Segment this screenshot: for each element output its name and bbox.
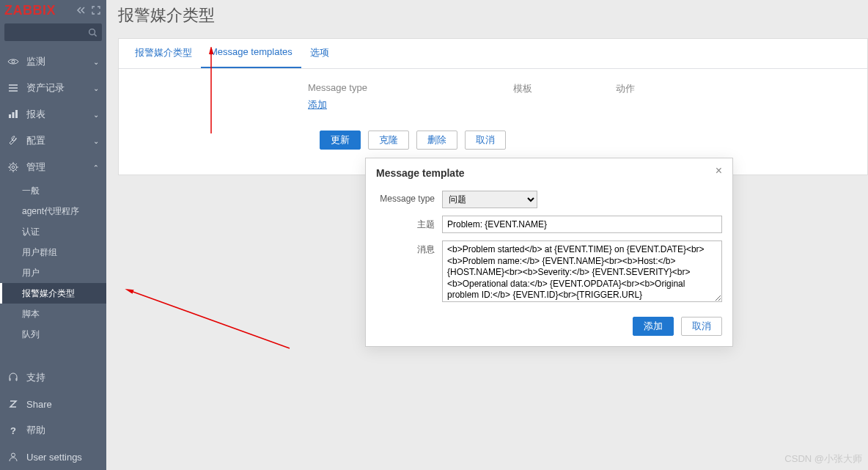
nav-label: 帮助	[26, 424, 45, 437]
user-icon	[7, 451, 19, 463]
nav-admin[interactable]: 管理 ⌄	[0, 154, 106, 180]
svg-point-7	[12, 166, 15, 169]
chevron-down-icon: ⌄	[93, 84, 99, 92]
sidebar-item-queue[interactable]: 队列	[0, 324, 106, 345]
watermark: CSDN @小张大师	[784, 452, 862, 466]
tab-row: 报警媒介类型 Message templates 选项	[119, 39, 867, 69]
collapse-sidebar-icon[interactable]	[76, 4, 87, 16]
headset-icon	[7, 372, 19, 383]
search-icon	[88, 28, 98, 37]
page-title: 报警媒介类型	[118, 0, 868, 38]
tab-message-templates[interactable]: Message templates	[201, 39, 301, 68]
z-icon	[7, 398, 19, 410]
tab-media-type[interactable]: 报警媒介类型	[126, 39, 201, 68]
nav-label: 报表	[26, 108, 45, 121]
add-link[interactable]: 添加	[308, 95, 327, 122]
nav-label: Share	[26, 399, 52, 410]
nav-label: 管理	[26, 161, 45, 174]
panel: 报警媒介类型 Message templates 选项 Message type…	[118, 38, 868, 175]
nav-share[interactable]: Share	[0, 391, 106, 417]
sidebar-item-general[interactable]: 一般	[0, 180, 106, 201]
svg-point-0	[89, 29, 95, 34]
message-textarea[interactable]: <b>Problem started</b> at {EVENT.TIME} o…	[442, 240, 722, 302]
label-message-type: Message type	[376, 191, 442, 204]
svg-line-1	[95, 34, 97, 36]
modal-add-button[interactable]: 添加	[633, 317, 674, 336]
chevron-down-icon: ⌄	[93, 58, 99, 66]
sidebar: ZABBIX 监测 ⌄ 资产记录 ⌄ 报表 ⌄ 配置 ⌄ 管理 ⌄ 一般 ag	[0, 0, 106, 470]
table-header: Message type 模板 动作	[308, 82, 856, 95]
sidebar-item-agent-proxy[interactable]: agent代理程序	[0, 201, 106, 221]
fullscreen-icon[interactable]	[90, 4, 102, 16]
cancel-button[interactable]: 取消	[465, 131, 506, 150]
main-content: 报警媒介类型 报警媒介类型 Message templates 选项 Messa…	[106, 0, 868, 175]
close-icon[interactable]: ×	[711, 163, 727, 179]
chevron-down-icon: ⌄	[93, 137, 99, 145]
nav-label: User settings	[26, 452, 82, 463]
bars-icon	[7, 109, 19, 120]
sidebar-item-media-types[interactable]: 报警媒介类型	[0, 283, 106, 304]
modal-cancel-button[interactable]: 取消	[681, 317, 722, 336]
sidebar-item-scripts[interactable]: 脚本	[0, 304, 106, 324]
clone-button[interactable]: 克隆	[368, 131, 409, 150]
subject-input[interactable]	[442, 216, 722, 233]
sidebar-item-users[interactable]: 用户	[0, 262, 106, 283]
nav-reports[interactable]: 报表 ⌄	[0, 101, 106, 128]
nav-monitoring[interactable]: 监测 ⌄	[0, 48, 106, 75]
svg-rect-5	[15, 110, 18, 118]
label-subject: 主题	[376, 216, 442, 231]
tab-options[interactable]: 选项	[301, 39, 338, 68]
nav-support[interactable]: 支持	[0, 364, 106, 391]
svg-rect-3	[9, 114, 11, 118]
delete-button[interactable]: 删除	[416, 131, 457, 150]
modal-title: Message template	[376, 167, 722, 179]
search-input[interactable]	[4, 23, 102, 41]
annotation-arrow-diagonal	[125, 286, 293, 352]
sidebar-item-user-groups[interactable]: 用户群组	[0, 242, 106, 262]
list-icon	[7, 82, 19, 94]
question-icon: ?	[7, 425, 19, 436]
modal-message-template: × Message template Message type 问题 主题 消息…	[365, 158, 733, 347]
nav-config[interactable]: 配置 ⌄	[0, 128, 106, 154]
logo[interactable]: ZABBIX	[4, 3, 73, 18]
nav-label: 资产记录	[26, 81, 65, 95]
chevron-up-icon: ⌄	[93, 164, 99, 172]
sidebar-item-auth[interactable]: 认证	[0, 221, 106, 242]
message-type-select[interactable]: 问题	[442, 191, 537, 208]
nav-label: 监测	[26, 55, 45, 68]
col-message-type: Message type	[308, 82, 484, 95]
gear-icon	[7, 161, 19, 173]
chevron-down-icon: ⌄	[93, 111, 99, 119]
nav-help[interactable]: ? 帮助	[0, 417, 106, 444]
svg-point-2	[12, 60, 15, 63]
wrench-icon	[7, 135, 19, 147]
label-message: 消息	[376, 240, 442, 256]
update-button[interactable]: 更新	[320, 131, 361, 150]
svg-line-10	[129, 290, 290, 348]
col-template: 模板	[513, 82, 586, 95]
nav-label: 配置	[26, 134, 45, 147]
svg-point-6	[10, 164, 17, 171]
eye-icon	[7, 56, 19, 67]
nav-user-settings[interactable]: User settings	[0, 444, 106, 470]
svg-point-8	[12, 453, 15, 457]
nav-label: 支持	[26, 371, 45, 384]
nav-inventory[interactable]: 资产记录 ⌄	[0, 75, 106, 101]
col-action: 动作	[616, 82, 689, 95]
svg-rect-4	[12, 112, 15, 118]
